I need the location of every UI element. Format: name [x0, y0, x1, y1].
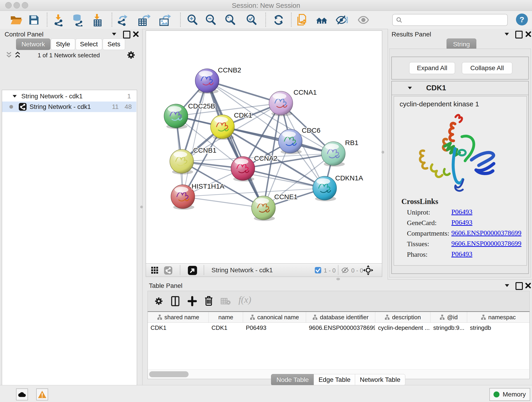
collapse-all-button[interactable]: Collapse All — [462, 62, 512, 74]
column-header-id[interactable]: @id — [431, 312, 467, 323]
float-panel-icon[interactable] — [123, 31, 130, 38]
panel-menu-icon[interactable] — [505, 284, 509, 287]
toolbar-separator — [180, 13, 181, 27]
node-table: shared name name canonical name database… — [147, 311, 530, 370]
splitter-grip[interactable] — [336, 278, 340, 280]
create-column-plus-icon[interactable] — [188, 296, 197, 306]
network-tree: String Network - cdk1 1 String Network -… — [2, 90, 137, 402]
cloud-status-button[interactable] — [16, 389, 28, 400]
import-network-button[interactable] — [52, 13, 65, 26]
tab-select[interactable]: Select — [76, 38, 102, 50]
tab-node-table[interactable]: Node Table — [271, 374, 314, 385]
network-row-selected[interactable]: String Network - cdk1 11 48 — [2, 102, 136, 112]
column-header-name[interactable]: name — [209, 312, 243, 323]
cell-canonical-name[interactable]: P06493 — [243, 323, 306, 333]
network-collection-row[interactable]: String Network - cdk1 1 — [2, 91, 136, 102]
hidden-eye-slash-icon — [341, 267, 349, 274]
open-in-new-window-icon[interactable] — [188, 266, 197, 275]
tree-icon — [250, 314, 255, 320]
show-columns-icon[interactable] — [171, 296, 179, 306]
string-view-icon[interactable] — [164, 266, 172, 275]
tab-network[interactable]: Network — [16, 38, 51, 50]
zoom-out-button[interactable] — [204, 13, 217, 26]
toolbar-separator — [204, 265, 204, 275]
network-edge[interactable] — [183, 197, 264, 208]
protein-details-box: cyclin-dependent kinase 1 CrossLinks Uni… — [394, 96, 527, 266]
network-options-gear-icon[interactable] — [127, 51, 136, 60]
open-file-button[interactable] — [10, 13, 22, 26]
network-selection-status: 1 of 1 Network selected — [27, 52, 110, 59]
warnings-button[interactable] — [36, 389, 48, 400]
column-header-shared-name[interactable]: shared name — [148, 312, 209, 323]
import-network-from-database-button[interactable] — [71, 13, 84, 26]
duplicate-network-button[interactable] — [296, 13, 308, 26]
section-expander-icon[interactable] — [408, 87, 412, 89]
cell-shared-name[interactable]: CDK1 — [148, 323, 209, 333]
toolbar-separator — [112, 13, 112, 27]
zoom-selected-button[interactable] — [245, 13, 258, 26]
birds-eye-view-icon[interactable] — [151, 267, 158, 274]
close-panel-icon[interactable] — [525, 282, 532, 289]
panel-menu-icon[interactable] — [505, 33, 509, 36]
tree-expander-icon[interactable] — [13, 95, 17, 97]
selected-checkbox-icon[interactable] — [315, 267, 322, 274]
tab-sets[interactable]: Sets — [103, 38, 125, 50]
save-session-button[interactable] — [27, 13, 40, 26]
search-icon — [396, 17, 403, 24]
collapse-all-tree-icon[interactable] — [6, 51, 12, 59]
cell-database-identifier[interactable]: 9606.ENSP00000378699 — [306, 323, 375, 333]
crosslink-compartments-link[interactable]: 9606.ENSP00000378699 — [451, 229, 521, 237]
export-table-button[interactable] — [138, 13, 150, 26]
network-view-title: String Network - cdk1 — [211, 267, 273, 274]
crosslink-uniprot-link[interactable]: P06493 — [451, 208, 472, 216]
float-panel-icon[interactable] — [515, 31, 523, 38]
column-header-namespace[interactable]: namespac — [467, 312, 530, 323]
scrollbar-thumb[interactable] — [149, 371, 189, 377]
close-panel-icon[interactable] — [133, 31, 139, 38]
pan-crosshair-icon[interactable] — [363, 265, 373, 275]
crosslink-tissues-link[interactable]: 9606.ENSP00000378699 — [451, 240, 521, 247]
cell-description[interactable]: cyclin-dependent ... — [375, 323, 430, 333]
hide-panel-eye-button[interactable] — [335, 13, 348, 26]
table-settings-gear-icon[interactable] — [154, 297, 163, 306]
panel-menu-icon[interactable] — [112, 33, 116, 36]
tab-style[interactable]: Style — [51, 38, 75, 50]
cell-namespace[interactable]: stringdb — [467, 323, 530, 333]
apply-layout-button[interactable] — [272, 13, 285, 26]
export-network-button[interactable] — [116, 13, 129, 26]
crosslink-pharos-link[interactable]: P06493 — [451, 250, 472, 258]
memory-button[interactable]: Memory — [489, 388, 530, 401]
splitter-grip[interactable] — [140, 206, 143, 208]
cell-id[interactable]: stringdb:9... — [431, 323, 467, 333]
help-button[interactable]: ? — [516, 13, 528, 26]
float-panel-icon[interactable] — [515, 282, 523, 290]
network-canvas[interactable]: CCNB2CCNA1CDC25BCDK1CDC6RB1CCNB1CCNA2CDK… — [146, 31, 382, 264]
search-box — [392, 14, 508, 26]
tab-string[interactable]: String — [447, 38, 476, 50]
zoom-fit-button[interactable] — [224, 13, 237, 26]
zoom-in-button[interactable] — [186, 13, 199, 26]
crosslink-genecard-link[interactable]: P06493 — [451, 218, 472, 226]
column-header-database-identifier[interactable]: database identifier — [306, 312, 375, 323]
home-networks-button[interactable] — [315, 13, 328, 26]
column-header-canonical-name[interactable]: canonical name — [243, 312, 306, 323]
show-panel-eye-button[interactable] — [357, 13, 370, 26]
delete-column-trash-icon[interactable] — [205, 296, 213, 306]
network-graph[interactable]: CCNB2CCNA1CDC25BCDK1CDC6RB1CCNB1CCNA2CDK… — [146, 31, 382, 263]
column-header-description[interactable]: description — [375, 312, 431, 323]
expand-all-button[interactable]: Expand All — [409, 62, 455, 74]
tree-icon — [312, 314, 317, 320]
tab-edge-table[interactable]: Edge Table — [314, 374, 355, 385]
string-results-content: Expand All Collapse All CDK1 cyclin-depe… — [389, 49, 531, 277]
import-table-button[interactable] — [91, 13, 104, 26]
search-input[interactable] — [405, 15, 505, 24]
expand-all-tree-icon[interactable] — [14, 51, 21, 59]
cell-name[interactable]: CDK1 — [209, 323, 243, 333]
control-panel-title: Control Panel — [5, 31, 44, 38]
network-edge[interactable] — [183, 81, 207, 197]
tab-network-table[interactable]: Network Table — [355, 374, 405, 385]
protein-header-row[interactable]: CDK1 — [392, 81, 528, 95]
close-panel-icon[interactable] — [525, 31, 532, 38]
splitter-grip[interactable] — [381, 151, 384, 153]
export-image-button[interactable] — [158, 13, 171, 26]
